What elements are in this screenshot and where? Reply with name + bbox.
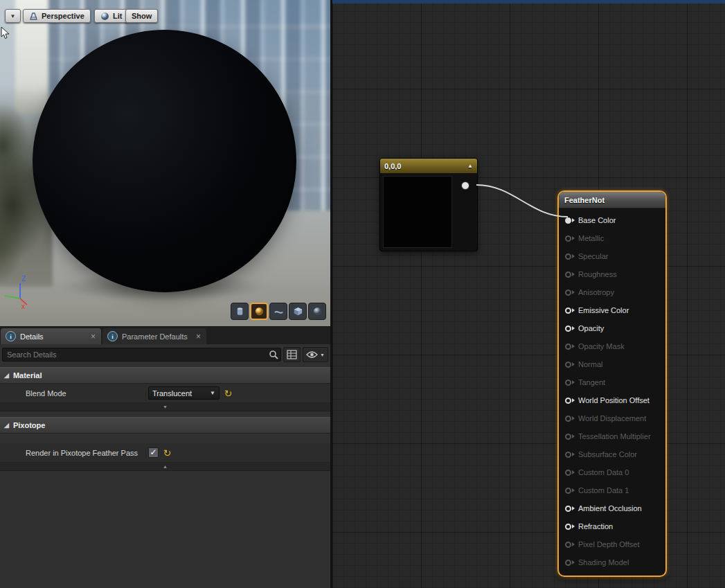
pin-world-position-offset[interactable]: World Position Offset bbox=[559, 391, 665, 409]
pin-label: Normal bbox=[578, 360, 602, 368]
pin-circle-icon[interactable] bbox=[565, 398, 571, 404]
perspective-button[interactable]: Perspective bbox=[23, 9, 91, 23]
pin-custom-data-0[interactable]: Custom Data 0 bbox=[559, 463, 665, 481]
tab-details-label: Details bbox=[20, 332, 44, 341]
chevron-down-icon: ▼ bbox=[210, 390, 215, 396]
preview-shape-cylinder-button[interactable] bbox=[231, 303, 249, 320]
pin-circle-icon[interactable] bbox=[565, 524, 571, 530]
pin-anisotropy[interactable]: Anisotropy bbox=[559, 283, 665, 301]
property-matrix-button[interactable] bbox=[283, 347, 301, 362]
preview-viewport[interactable]: ▼ Perspective Lit Show Z x bbox=[0, 0, 330, 326]
pin-normal[interactable]: Normal bbox=[559, 355, 665, 373]
pin-roughness[interactable]: Roughness bbox=[559, 265, 665, 283]
material-graph-canvas[interactable]: 0,0,0 ▲ FeatherNot Base ColorMetallicSpe… bbox=[332, 0, 725, 588]
pin-opacity-mask[interactable]: Opacity Mask bbox=[559, 337, 665, 355]
pin-label: Specular bbox=[578, 252, 608, 260]
pin-circle-icon[interactable] bbox=[565, 235, 571, 242]
pin-circle-icon[interactable] bbox=[565, 289, 571, 296]
viewport-options-dropdown-button[interactable]: ▼ bbox=[5, 9, 21, 23]
search-details-input[interactable] bbox=[2, 348, 281, 362]
material-node-header[interactable]: FeatherNot bbox=[559, 192, 665, 208]
feather-pass-checkbox[interactable]: ✓ bbox=[148, 447, 159, 458]
pin-circle-icon[interactable] bbox=[565, 452, 571, 458]
pin-circle-icon[interactable] bbox=[565, 344, 571, 350]
graph-top-accent-bar bbox=[332, 0, 725, 3]
pin-tessellation-multiplier[interactable]: Tessellation Multiplier bbox=[559, 427, 665, 445]
pin-subsurface-color[interactable]: Subsurface Color bbox=[559, 445, 665, 463]
pin-circle-icon[interactable] bbox=[565, 380, 571, 386]
sphere-icon bbox=[254, 306, 265, 317]
pin-circle-icon[interactable] bbox=[565, 308, 571, 314]
preview-shape-cube-button[interactable] bbox=[289, 303, 307, 320]
pixotope-section-header[interactable]: ◢ Pixotope bbox=[0, 417, 330, 434]
pin-ambient-occlusion[interactable]: Ambient Occlusion bbox=[559, 499, 665, 517]
constant-output-pin[interactable] bbox=[461, 181, 469, 190]
pin-circle-icon[interactable] bbox=[565, 542, 571, 548]
pin-label: Emissive Color bbox=[578, 306, 629, 314]
pin-refraction[interactable]: Refraction bbox=[559, 517, 665, 535]
constant-color-node[interactable]: 0,0,0 ▲ bbox=[379, 158, 478, 251]
cylinder-icon bbox=[235, 306, 245, 317]
pin-emissive-color[interactable]: Emissive Color bbox=[559, 301, 665, 319]
close-icon[interactable]: × bbox=[91, 332, 96, 341]
material-section-header[interactable]: ◢ Material bbox=[0, 367, 330, 384]
expand-triangle-icon: ◢ bbox=[4, 422, 9, 429]
material-result-node[interactable]: FeatherNot Base ColorMetallicSpecularRou… bbox=[557, 190, 667, 577]
pin-pixel-depth-offset[interactable]: Pixel Depth Offset bbox=[559, 535, 665, 553]
pin-circle-icon[interactable] bbox=[565, 253, 571, 260]
show-menu-button[interactable]: Show bbox=[125, 9, 158, 23]
pixotope-section-title: Pixotope bbox=[13, 421, 45, 429]
constant-node-title: 0,0,0 bbox=[384, 162, 401, 170]
pin-base-color[interactable]: Base Color bbox=[559, 211, 665, 229]
pin-circle-icon[interactable] bbox=[565, 271, 571, 278]
pin-tangent[interactable]: Tangent bbox=[559, 373, 665, 391]
lit-mode-button[interactable]: Lit bbox=[94, 9, 128, 23]
pin-opacity[interactable]: Opacity bbox=[559, 319, 665, 337]
view-options-button[interactable]: ▼ bbox=[303, 347, 328, 362]
pin-custom-data-1[interactable]: Custom Data 1 bbox=[559, 481, 665, 499]
preview-shape-mesh-button[interactable] bbox=[308, 303, 326, 320]
pin-label: Anisotropy bbox=[578, 288, 614, 296]
preview-sphere-mesh[interactable] bbox=[33, 30, 296, 292]
pin-metallic[interactable]: Metallic bbox=[559, 229, 665, 247]
pin-shading-model[interactable]: Shading Model bbox=[559, 553, 665, 571]
tab-parameter-defaults-label: Parameter Defaults bbox=[122, 332, 188, 341]
pin-label: Shading Model bbox=[578, 558, 629, 567]
tab-parameter-defaults[interactable]: i Parameter Defaults × bbox=[102, 328, 206, 344]
pin-label: Opacity bbox=[578, 324, 604, 332]
reset-to-default-icon[interactable]: ↺ bbox=[163, 448, 172, 458]
constant-color-swatch[interactable] bbox=[383, 176, 452, 248]
reset-to-default-icon[interactable]: ↺ bbox=[224, 389, 233, 398]
preview-shape-plane-button[interactable] bbox=[269, 303, 287, 320]
pin-circle-icon[interactable] bbox=[565, 217, 571, 224]
pixotope-collapse-expander[interactable]: ▲ bbox=[0, 463, 330, 471]
pin-circle-icon[interactable] bbox=[565, 506, 571, 512]
collapse-triangle-icon[interactable]: ▲ bbox=[467, 163, 473, 169]
tab-details[interactable]: i Details × bbox=[1, 328, 101, 344]
info-icon: i bbox=[107, 331, 118, 341]
pin-label: World Position Offset bbox=[578, 396, 650, 404]
material-advanced-expander[interactable]: ▼ bbox=[0, 403, 330, 411]
pin-label: Refraction bbox=[578, 522, 613, 531]
pin-circle-icon[interactable] bbox=[565, 470, 571, 476]
pin-circle-icon[interactable] bbox=[565, 560, 571, 566]
grid-icon bbox=[287, 350, 297, 359]
preview-shape-sphere-button[interactable] bbox=[250, 303, 268, 320]
feather-pass-value-cell: ✓ ↺ bbox=[146, 447, 172, 458]
pin-circle-icon[interactable] bbox=[565, 326, 571, 332]
pin-specular[interactable]: Specular bbox=[559, 247, 665, 265]
mesh-icon bbox=[312, 306, 323, 317]
material-node-title: FeatherNot bbox=[564, 196, 605, 204]
feather-pass-row: Render in Pixotope Feather Pass ✓ ↺ bbox=[0, 443, 330, 463]
blend-mode-dropdown[interactable]: Translucent ▼ bbox=[148, 386, 220, 400]
close-icon[interactable]: × bbox=[196, 332, 201, 341]
pin-circle-icon[interactable] bbox=[565, 362, 571, 368]
chevron-down-icon: ▼ bbox=[320, 353, 325, 357]
pin-circle-icon[interactable] bbox=[565, 416, 571, 422]
blend-mode-value-cell: Translucent ▼ ↺ bbox=[146, 386, 233, 400]
constant-node-header[interactable]: 0,0,0 ▲ bbox=[380, 159, 477, 173]
pin-world-displacement[interactable]: World Displacement bbox=[559, 409, 665, 427]
pin-circle-icon[interactable] bbox=[565, 488, 571, 494]
pin-circle-icon[interactable] bbox=[565, 434, 571, 440]
expand-triangle-icon: ◢ bbox=[4, 372, 9, 379]
